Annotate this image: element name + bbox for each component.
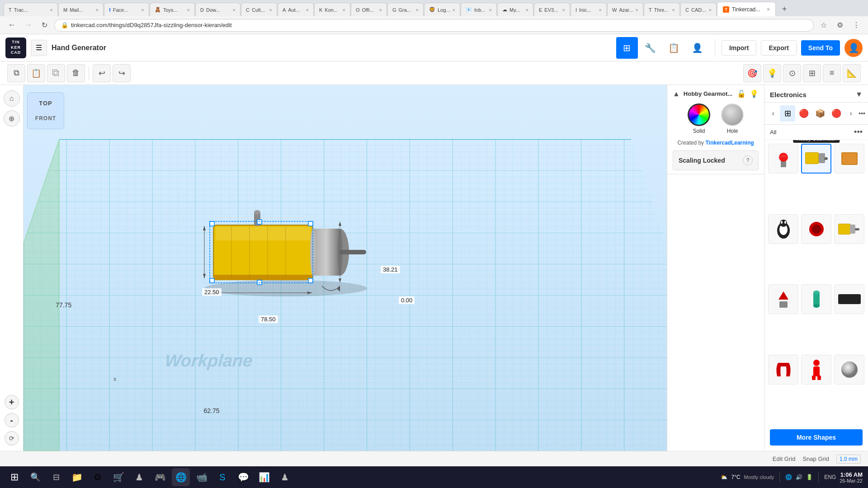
undo-button[interactable]: ↩ (93, 64, 111, 82)
object-lock-button[interactable]: 🔓 (737, 89, 746, 98)
solid-material-circle[interactable] (688, 103, 710, 126)
toolbar-view-button[interactable]: 🔧 (640, 37, 661, 59)
send-to-button[interactable]: Send To (801, 40, 840, 56)
tab[interactable]: T Trac... × (4, 3, 58, 16)
align-button[interactable]: ≡ (823, 64, 841, 82)
tab-close-icon[interactable]: × (96, 7, 99, 13)
tab-close-icon[interactable]: × (142, 7, 144, 13)
shapes-prev-button[interactable]: ‹ (767, 107, 779, 120)
tab-close-icon[interactable]: × (233, 7, 236, 13)
shape-item-component[interactable] (834, 144, 864, 174)
taskbar-skype-button[interactable]: S (213, 468, 231, 486)
taskbar-settings-button[interactable]: ⚙ (89, 468, 107, 486)
taskbar-excel-button[interactable]: 📊 (255, 468, 273, 486)
zoom-out-button[interactable]: - (5, 413, 19, 427)
delete-button[interactable]: 🗑 (67, 64, 85, 82)
shape-item-led[interactable] (768, 144, 798, 174)
back-button[interactable]: ← (5, 19, 18, 32)
tab[interactable]: M Mail... × (58, 3, 104, 16)
tab[interactable]: E EV3... × (534, 3, 570, 16)
user-avatar[interactable]: 👤 (844, 39, 863, 57)
shape-item-black-box[interactable] (834, 284, 864, 314)
shape-item-red-3[interactable] (768, 284, 798, 314)
shapes-icon-btn-1[interactable]: ⊞ (780, 105, 795, 122)
start-button[interactable]: ⊞ (5, 468, 24, 486)
shapes-next-button[interactable]: › (845, 107, 857, 120)
shapes-category-dropdown[interactable]: ▼ (855, 90, 863, 99)
tab-close-icon[interactable]: × (562, 7, 565, 13)
more-shapes-button[interactable]: More Shapes (770, 429, 863, 446)
taskbar-store-button[interactable]: 🛒 (109, 468, 127, 486)
taskbar-meet-button[interactable]: 📹 (193, 468, 211, 486)
hole-material-circle[interactable] (721, 103, 744, 126)
address-bar[interactable]: 🔒 tinkercad.com/things/dD9q2857Jfa-sizzl… (54, 19, 814, 32)
zoom-in-button[interactable]: + (5, 395, 19, 409)
tab[interactable]: W Azar... × (607, 3, 643, 16)
shapes-icon-btn-2[interactable]: 🔴 (796, 105, 811, 122)
tab-close-icon[interactable]: × (453, 7, 455, 13)
snap-value-dropdown[interactable]: 1.0 mm (836, 455, 861, 464)
tab[interactable]: ☁ My... × (497, 3, 533, 16)
measure-button[interactable]: 📐 (843, 64, 861, 82)
fit-view-button[interactable]: ⊕ (4, 110, 20, 127)
tab[interactable]: 📧 Inb... × (461, 3, 497, 16)
tab-close-icon[interactable]: × (489, 7, 492, 13)
taskbar-search-button[interactable]: 🔍 (26, 468, 44, 486)
tab[interactable]: O Offi... × (351, 3, 387, 16)
tab[interactable]: 🦁 Log... × (424, 3, 460, 16)
taskbar-file-button[interactable]: 📁 (68, 468, 86, 486)
shape-item-gearmotor[interactable]: Hobby Gearmotor (801, 144, 831, 174)
solid-material-option[interactable]: Solid (688, 103, 710, 134)
snap-button[interactable]: 🎯 (743, 64, 761, 82)
taskbar-whatsapp-button[interactable]: 💬 (234, 468, 252, 486)
tab[interactable]: G Gra... × (387, 3, 424, 16)
orientation-button[interactable]: ⟳ (5, 431, 19, 446)
shapes-filter-more[interactable]: ••• (854, 127, 863, 137)
profile-button[interactable]: 👤 (687, 37, 708, 59)
tab[interactable]: A Aut... × (278, 3, 314, 16)
extensions-button[interactable]: ⚙ (834, 19, 846, 32)
shape-item-red-figure[interactable] (801, 355, 831, 385)
shape-item-sphere[interactable] (834, 355, 864, 385)
shapes-icon-btn-3[interactable]: 📦 (812, 105, 828, 122)
bookmark-button[interactable]: ☆ (817, 19, 830, 32)
shape-item-penguin[interactable] (768, 214, 798, 244)
tab[interactable]: C CAD... × (680, 3, 717, 16)
creator-link[interactable]: TinkercadLearning (705, 140, 754, 146)
paste-button[interactable]: 📋 (27, 64, 45, 82)
object-collapse-button[interactable]: ▲ (673, 90, 680, 98)
shape-item-red-clamp[interactable] (768, 355, 798, 385)
tab-close-icon[interactable]: × (526, 7, 528, 13)
tab-close-icon[interactable]: × (269, 7, 272, 13)
grid-view-button[interactable]: ⊞ (616, 37, 638, 59)
tab-close-icon[interactable]: × (709, 7, 712, 13)
view-cube[interactable]: TOP FRONT (27, 92, 64, 129)
select-button[interactable]: ⊙ (783, 64, 801, 82)
task-view-button[interactable]: ⊟ (47, 468, 65, 486)
forward-button[interactable]: → (22, 19, 34, 32)
tab-close-icon[interactable]: × (672, 7, 675, 13)
redo-button[interactable]: ↪ (113, 64, 131, 82)
taskbar-chrome-button[interactable]: 🌐 (172, 468, 190, 486)
tab[interactable]: C Cult... × (241, 3, 277, 16)
tab[interactable]: T Thre... × (644, 3, 680, 16)
new-tab-button[interactable]: + (778, 3, 791, 15)
tab-close-icon[interactable]: × (343, 7, 345, 13)
viewport[interactable]: Workplane 77.75 62.75 x TOP FRONT (24, 85, 667, 451)
home-view-button[interactable]: ⌂ (4, 90, 20, 107)
tab-close-icon[interactable]: × (636, 7, 638, 13)
scaling-locked-button[interactable]: Scaling Locked ? (673, 150, 759, 170)
export-button[interactable]: Export (761, 40, 796, 56)
app-menu-button[interactable]: ☰ (31, 40, 47, 56)
import-button[interactable]: Import (722, 40, 757, 56)
tab-close-icon[interactable]: × (50, 7, 53, 13)
tab-close-icon[interactable]: × (416, 7, 419, 13)
light-button[interactable]: 💡 (763, 64, 781, 82)
shape-item-cylinder[interactable] (801, 284, 831, 314)
edit-grid-button[interactable]: Edit Grid (773, 455, 796, 462)
refresh-button[interactable]: ↻ (38, 19, 51, 32)
duplicate-button[interactable]: ⿻ (47, 64, 65, 82)
hole-material-option[interactable]: Hole (721, 103, 744, 134)
shape-item-red-device[interactable] (801, 214, 831, 244)
taskbar-steam2-button[interactable]: ♟ (276, 468, 294, 486)
